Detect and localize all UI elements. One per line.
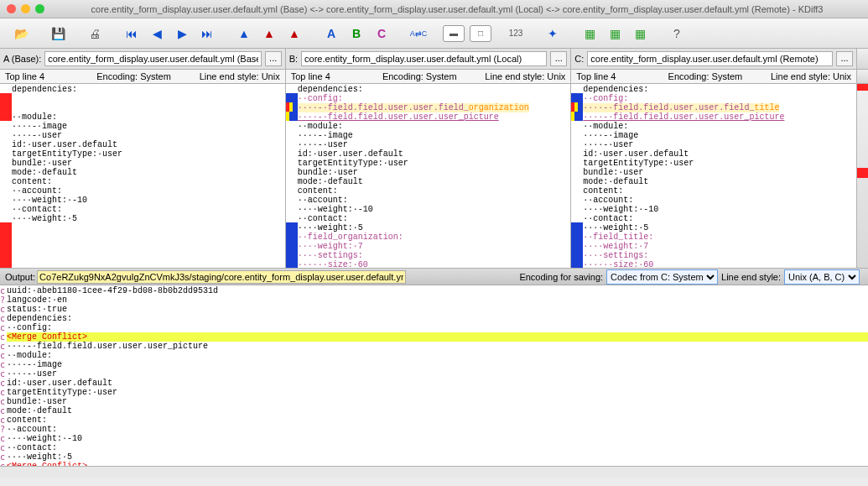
pane-c-path[interactable]	[587, 51, 833, 66]
window-title: core.entity_form_display.user.user.defau…	[53, 4, 861, 14]
scroll-widget[interactable]	[856, 49, 868, 69]
pane-b-gutter	[286, 84, 298, 268]
save-button[interactable]: 💾	[45, 23, 70, 44]
output-header: Output: Encoding for saving: Codec from …	[0, 269, 868, 285]
minimize-icon[interactable]	[21, 4, 30, 13]
open-button[interactable]: 📂	[8, 23, 34, 44]
grid-1-icon[interactable]: ▦	[577, 23, 602, 44]
bottom-scrollbar[interactable]	[0, 466, 868, 478]
pane-c[interactable]: dependencies: ··config: ····-·field.fiel…	[571, 84, 856, 268]
prev-diff-button[interactable]: ◀	[144, 23, 169, 44]
pane-c-label: C:	[574, 54, 584, 64]
pane-b-topline: Top line 4	[291, 71, 382, 81]
lineend-select[interactable]: Unix (A, B, C)	[784, 269, 860, 285]
help-button[interactable]: ?	[664, 23, 689, 44]
last-diff-button[interactable]: ⏭	[195, 23, 220, 44]
pane-a-browse[interactable]: ...	[265, 51, 282, 66]
output-path[interactable]	[37, 270, 406, 284]
box-b-button[interactable]: □	[470, 25, 491, 42]
lineend-label: Line end style:	[721, 272, 781, 282]
box-a-button[interactable]: ▬	[443, 25, 465, 42]
grid-3-icon[interactable]: ▦	[627, 23, 652, 44]
first-diff-button[interactable]: ⏮	[119, 23, 144, 44]
pane-b-header: B: ...	[286, 49, 572, 69]
window-controls	[7, 4, 44, 13]
pane-a-header: A (Base): ...	[0, 49, 286, 69]
up-arrow-3[interactable]: ▲	[282, 23, 307, 44]
panes-meta: Top line 4Encoding: SystemLine end style…	[0, 70, 868, 84]
pane-c-lineend: Line end style: Unix	[760, 71, 851, 81]
maximize-icon[interactable]	[35, 4, 44, 13]
next-diff-button[interactable]: ▶	[169, 23, 195, 44]
diamond-icon[interactable]: ✦	[540, 23, 565, 44]
pane-b-browse[interactable]: ...	[550, 51, 567, 66]
print-button[interactable]: 🖨	[82, 23, 107, 44]
pane-c-browse[interactable]: ...	[836, 51, 853, 66]
pane-a-code: dependencies: ··module: ····-·image ····…	[12, 84, 122, 268]
encoding-select[interactable]: Codec from C: System	[606, 269, 718, 285]
pane-a-path[interactable]	[44, 51, 261, 66]
pane-b-lineend: Line end style: Unix	[474, 71, 565, 81]
up-arrow-2[interactable]: ▲	[257, 23, 282, 44]
pane-a-encoding: Encoding: System	[96, 71, 188, 81]
toolbar: 📂 💾 🖨 ⏮ ◀ ▶ ⏭ ▲ ▲ ▲ A B C A⇄C ▬ □ 123 ✦ …	[0, 18, 868, 49]
up-arrow-1[interactable]: ▲	[231, 23, 257, 44]
output-body[interactable]: c ? c c c c c c c c c c c c c ? c c c c …	[0, 285, 868, 466]
pick-a-button[interactable]: A	[319, 23, 344, 44]
panes-body: dependencies: ··module: ····-·image ····…	[0, 84, 868, 269]
pane-b-code: dependencies: ··config: ····-·field.fiel…	[298, 84, 529, 268]
encoding-label: Encoding for saving:	[519, 272, 603, 282]
pane-b-encoding: Encoding: System	[382, 71, 474, 81]
titlebar: core.entity_form_display.user.user.defau…	[0, 0, 868, 18]
pane-b[interactable]: dependencies: ··config: ····-·field.fiel…	[286, 84, 572, 268]
output-gutter: c ? c c c c c c c c c c c c c ? c c c c	[0, 285, 7, 466]
pane-a-lineend: Line end style: Unix	[188, 71, 279, 81]
scroll-widget-3[interactable]	[856, 84, 868, 268]
scroll-widget-2[interactable]	[856, 70, 868, 83]
pane-a-gutter	[0, 84, 12, 268]
pane-a[interactable]: dependencies: ··module: ····-·image ····…	[0, 84, 286, 268]
pane-c-code: dependencies: ··config: ····-·field.fiel…	[583, 84, 784, 268]
panes-header: A (Base): ... B: ... C: ...	[0, 49, 868, 70]
output-label: Output:	[5, 272, 35, 282]
line-numbers-button[interactable]: 123	[503, 23, 528, 44]
pane-c-gutter	[571, 84, 583, 268]
pane-a-label: A (Base):	[3, 54, 41, 64]
output-code: uuid:·abeb1180-1cee-4f29-bd08-8b0b2dd953…	[7, 285, 868, 466]
pane-b-path[interactable]	[301, 51, 547, 66]
pane-c-header: C: ...	[571, 49, 856, 69]
pane-c-topline: Top line 4	[576, 71, 668, 81]
pick-b-button[interactable]: B	[344, 23, 369, 44]
pane-a-topline: Top line 4	[5, 71, 96, 81]
auto-button[interactable]: A⇄C	[406, 23, 431, 44]
pane-c-encoding: Encoding: System	[668, 71, 760, 81]
grid-2-icon[interactable]: ▦	[602, 23, 627, 44]
pane-b-label: B:	[289, 54, 298, 64]
pick-c-button[interactable]: C	[369, 23, 394, 44]
close-icon[interactable]	[7, 4, 16, 13]
